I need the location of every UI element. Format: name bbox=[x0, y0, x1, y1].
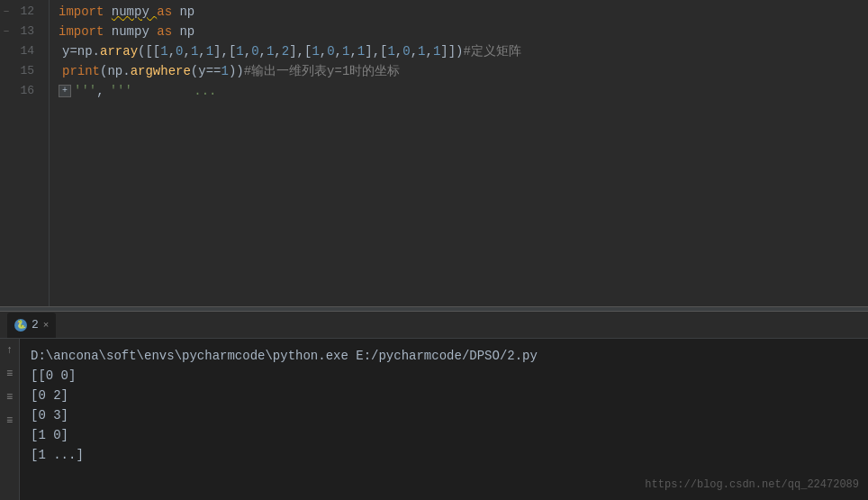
tok-comma3: , bbox=[198, 41, 205, 61]
code-line-15: print(np.argwhere(y==1))#输出一维列表y=1时的坐标 bbox=[59, 61, 859, 81]
tok-comma-16: , bbox=[96, 81, 104, 101]
token-np-dot: np. bbox=[77, 41, 100, 61]
tok-comment-14: #定义矩阵 bbox=[464, 41, 521, 61]
code-line-14: y=np.array([[1,0,1,1],[1,0,1,2],[1,0,1,1… bbox=[59, 41, 859, 61]
line-row-12: − 12 bbox=[0, 2, 49, 22]
tok-eqeq: == bbox=[206, 61, 222, 81]
tok-open2: [ bbox=[229, 41, 236, 61]
tok-c4: , bbox=[244, 41, 251, 61]
token-import-12: import bbox=[59, 2, 112, 22]
line-number-16: 16 bbox=[13, 81, 40, 101]
tok-1g: 1 bbox=[342, 41, 349, 61]
tok-triple-quote-1: ''' bbox=[74, 81, 96, 101]
token-import-13: import bbox=[59, 22, 112, 41]
tok-paren-open-15: ( bbox=[100, 61, 107, 81]
block-expand-icon-16[interactable]: + bbox=[59, 85, 71, 97]
fold-icon-12[interactable]: − bbox=[0, 2, 13, 22]
tok-triple-quote-2: ''' bbox=[110, 81, 132, 101]
toolbar-icon-1[interactable]: ≡ bbox=[2, 366, 18, 382]
output-text-3: [0 3] bbox=[31, 405, 68, 425]
output-line-3: [0 3] bbox=[31, 405, 857, 425]
tok-0a: 0 bbox=[176, 41, 183, 61]
tok-open3: [ bbox=[304, 41, 312, 61]
tok-open4: [ bbox=[380, 41, 387, 61]
tok-1h: 1 bbox=[357, 41, 365, 61]
code-line-12: import numpy as np bbox=[59, 2, 859, 22]
watermark: https://blog.csdn.net/qq_22472089 bbox=[645, 475, 859, 495]
token-np-13: np bbox=[172, 22, 194, 41]
output-line-4: [1 0] bbox=[31, 425, 857, 445]
line-row-16: − 16 bbox=[0, 81, 49, 101]
tok-comment-15: #输出一维列表y=1时的坐标 bbox=[244, 61, 401, 81]
tok-close2: ], bbox=[289, 41, 304, 61]
line-row-13: − 13 bbox=[0, 22, 49, 41]
line-number-14: 14 bbox=[13, 41, 40, 61]
tok-dots: ... bbox=[194, 81, 216, 101]
tok-1e: 1 bbox=[267, 41, 274, 61]
output-text-1: [[0 0] bbox=[31, 366, 76, 386]
tok-0c: 0 bbox=[327, 41, 334, 61]
tok-1c: 1 bbox=[206, 41, 213, 61]
output-line-1: [[0 0] bbox=[31, 366, 857, 386]
tok-1-15: 1 bbox=[221, 61, 228, 81]
tok-1i: 1 bbox=[387, 41, 394, 61]
line-gutter: − 12 − 13 − 14 − 15 − 16 bbox=[0, 0, 50, 306]
tok-y-15: y bbox=[198, 61, 205, 81]
token-array: array bbox=[100, 41, 138, 61]
tok-c5: , bbox=[259, 41, 267, 61]
token-y: y bbox=[62, 41, 69, 61]
tok-1f: 1 bbox=[312, 41, 319, 61]
tok-comma1: , bbox=[168, 41, 176, 61]
fold-icon-13[interactable]: − bbox=[0, 22, 13, 41]
terminal-tab-bar: 🐍 2 × bbox=[0, 312, 868, 339]
tok-paren2-15: ( bbox=[191, 61, 198, 81]
token-open-paren: ([[ bbox=[138, 41, 160, 61]
tok-c7: , bbox=[320, 41, 327, 61]
line-number-15: 15 bbox=[13, 61, 40, 81]
code-lines: import numpy as np import numpy as np y=… bbox=[50, 0, 868, 306]
token-print: print bbox=[62, 61, 100, 81]
token-numpy-13: numpy bbox=[112, 22, 157, 41]
terminal-body: ↑ ≡ ≡ ≡ D:\ancona\soft\envs\pycharmcode\… bbox=[0, 339, 868, 500]
line-row-15: − 15 bbox=[0, 61, 49, 81]
tok-c12: , bbox=[425, 41, 432, 61]
line-number-13: 13 bbox=[13, 22, 40, 41]
token-eq: = bbox=[69, 41, 77, 61]
terminal-output: D:\ancona\soft\envs\pycharmcode\python.e… bbox=[20, 339, 868, 500]
terminal-left-toolbar: ↑ ≡ ≡ ≡ bbox=[0, 339, 20, 500]
token-as-12: as bbox=[157, 2, 172, 22]
tok-close3: ], bbox=[365, 41, 380, 61]
output-line-5: [1 ...] bbox=[31, 445, 857, 465]
line-number-12: 12 bbox=[13, 2, 40, 22]
line-row-14: − 14 bbox=[0, 41, 49, 61]
code-editor: − 12 − 13 − 14 − 15 − 16 import numpy as… bbox=[0, 0, 868, 306]
python-icon: 🐍 bbox=[14, 319, 27, 332]
tok-0d: 0 bbox=[402, 41, 410, 61]
tok-1k: 1 bbox=[433, 41, 440, 61]
tok-close-15: )) bbox=[229, 61, 244, 81]
output-text-5: [1 ...] bbox=[31, 445, 84, 465]
tok-c9: , bbox=[349, 41, 357, 61]
tok-1d: 1 bbox=[236, 41, 243, 61]
token-np-12: np bbox=[172, 2, 194, 22]
code-line-13: import numpy as np bbox=[59, 22, 859, 41]
tok-c11: , bbox=[411, 41, 418, 61]
terminal-tab-label: 2 bbox=[32, 318, 39, 332]
tok-0b: 0 bbox=[251, 41, 258, 61]
output-text-2: [0 2] bbox=[31, 386, 68, 405]
terminal-tab-1[interactable]: 🐍 2 × bbox=[7, 313, 56, 338]
tok-close4: ]]) bbox=[440, 41, 463, 61]
tok-2: 2 bbox=[282, 41, 289, 61]
token-1a: 1 bbox=[160, 41, 167, 61]
tok-c6: , bbox=[274, 41, 281, 61]
toolbar-icon-3[interactable]: ≡ bbox=[2, 413, 18, 429]
tok-comma2: , bbox=[183, 41, 190, 61]
terminal-area: 🐍 2 × ↑ ≡ ≡ ≡ D:\ancona\soft\envs\pychar… bbox=[0, 312, 868, 500]
toolbar-icon-2[interactable]: ≡ bbox=[2, 389, 18, 405]
terminal-command-text: D:\ancona\soft\envs\pycharmcode\python.e… bbox=[31, 346, 538, 366]
tok-c10: , bbox=[395, 41, 402, 61]
tok-close1: ], bbox=[213, 41, 229, 61]
terminal-tab-close[interactable]: × bbox=[43, 320, 50, 331]
scroll-up-icon[interactable]: ↑ bbox=[2, 342, 18, 359]
token-numpy-12: numpy bbox=[112, 2, 157, 22]
